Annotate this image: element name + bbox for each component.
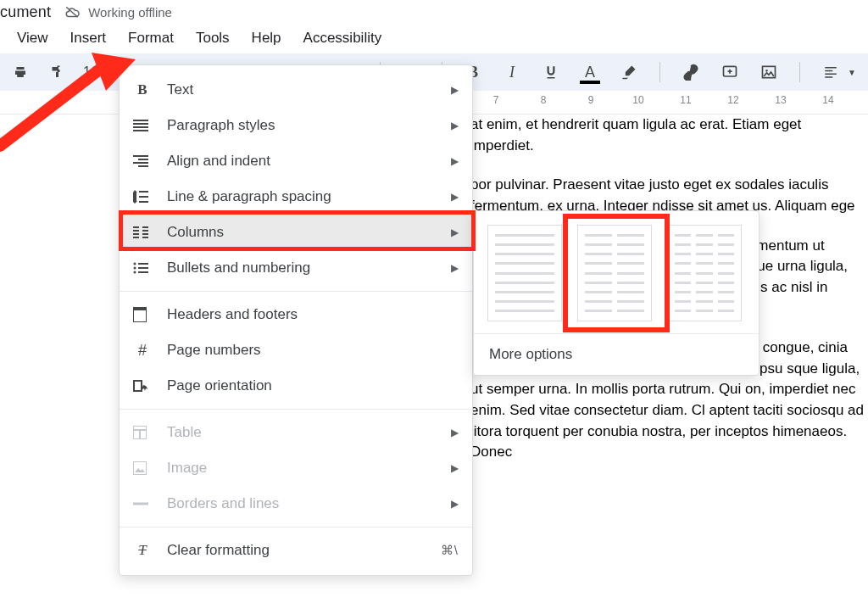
offline-indicator: Working offline	[63, 5, 172, 20]
clear-format-icon: T	[133, 542, 152, 559]
line-spacing-icon	[133, 190, 152, 204]
columns-icon	[133, 226, 152, 238]
columns-option-two[interactable]	[577, 225, 652, 321]
format-dropdown: B Text ▶ Paragraph styles ▶ Align and in…	[119, 64, 473, 576]
menu-insert[interactable]: Insert	[70, 30, 107, 47]
bullets-icon	[133, 262, 152, 274]
keyboard-shortcut: ⌘\	[441, 543, 459, 558]
ruler-tick: 14	[822, 94, 833, 106]
menu-label: Image	[167, 460, 436, 477]
menu-help[interactable]: Help	[252, 30, 281, 47]
format-image: Image ▶	[120, 450, 472, 486]
format-columns[interactable]: Columns ▶	[120, 215, 472, 250]
svg-rect-13	[133, 461, 147, 475]
underline-button[interactable]	[542, 64, 559, 81]
format-clear-formatting[interactable]: T Clear formatting ⌘\	[120, 533, 472, 568]
svg-point-8	[134, 271, 136, 274]
ruler-tick: 8	[541, 94, 547, 106]
format-paragraph-styles[interactable]: Paragraph styles ▶	[120, 108, 472, 143]
table-icon	[133, 426, 152, 439]
image-icon	[133, 461, 152, 475]
format-page-numbers[interactable]: # Page numbers	[120, 332, 472, 368]
menu-label: Headers and footers	[167, 306, 459, 323]
submenu-arrow-icon: ▶	[451, 155, 459, 167]
chevron-down-icon[interactable]: ▼	[848, 68, 856, 77]
ruler-tick: 11	[680, 94, 691, 106]
insert-image-button[interactable]	[760, 64, 777, 81]
paragraph-icon	[133, 120, 152, 131]
bold-icon: B	[133, 81, 152, 98]
paint-format-icon[interactable]	[47, 64, 64, 81]
zoom-level[interactable]: 100%	[83, 64, 121, 80]
svg-point-6	[134, 263, 136, 265]
highlight-button[interactable]	[620, 64, 637, 81]
menu-label: Borders and lines	[167, 495, 436, 512]
menu-format[interactable]: Format	[128, 30, 174, 47]
document-title-fragment: cument	[0, 3, 51, 21]
format-bullets-numbering[interactable]: Bullets and numbering ▶	[120, 250, 472, 286]
columns-more-options[interactable]: More options	[474, 333, 759, 375]
menu-bar: View Insert Format Tools Help Accessibil…	[0, 26, 868, 53]
borders-icon	[133, 501, 152, 506]
format-headers-footers[interactable]: Headers and footers	[120, 297, 472, 332]
menu-label: Clear formatting	[167, 542, 426, 559]
insert-link-button[interactable]	[682, 64, 699, 81]
svg-rect-11	[134, 381, 142, 391]
menu-label: Columns	[167, 224, 436, 241]
submenu-arrow-icon: ▶	[451, 191, 459, 203]
format-borders-lines: Borders and lines ▶	[120, 486, 472, 522]
menu-separator	[120, 291, 472, 292]
menu-label: Page orientation	[167, 377, 459, 394]
toolbar-separator	[659, 62, 660, 82]
ruler-tick: 12	[727, 94, 738, 106]
columns-option-three[interactable]	[667, 225, 742, 321]
headers-icon	[133, 307, 152, 322]
cloud-off-icon	[63, 5, 81, 20]
format-table: Table ▶	[120, 415, 472, 450]
hash-icon: #	[133, 342, 152, 360]
ruler-tick: 9	[588, 94, 594, 106]
ruler-tick: 13	[775, 94, 786, 106]
submenu-arrow-icon: ▶	[451, 84, 459, 96]
add-comment-button[interactable]	[721, 64, 738, 81]
svg-point-7	[134, 267, 136, 270]
submenu-arrow-icon: ▶	[451, 427, 459, 438]
format-line-spacing[interactable]: Line & paragraph spacing ▶	[120, 179, 472, 215]
menu-label: Paragraph styles	[167, 117, 436, 134]
submenu-arrow-icon: ▶	[451, 462, 459, 474]
orientation-icon	[133, 378, 152, 394]
menu-view[interactable]: View	[17, 30, 48, 47]
menu-label: Align and indent	[167, 153, 436, 170]
menu-accessibility[interactable]: Accessibility	[303, 30, 382, 47]
doc-text: at enim, et hendrerit quam ligula ac era…	[470, 116, 801, 132]
menu-label: Text	[167, 81, 436, 98]
svg-rect-10	[133, 307, 147, 310]
ruler-tick: 7	[493, 94, 499, 106]
svg-point-5	[765, 70, 768, 72]
text-color-button[interactable]: A	[581, 64, 598, 81]
ruler-tick: 10	[632, 94, 643, 106]
menu-separator	[120, 527, 472, 527]
menu-label: Bullets and numbering	[167, 260, 436, 276]
submenu-arrow-icon: ▶	[451, 226, 459, 238]
doc-text: imperdiet.	[470, 137, 534, 154]
format-text[interactable]: B Text ▶	[120, 72, 472, 108]
submenu-arrow-icon: ▶	[451, 498, 459, 510]
offline-text: Working offline	[88, 5, 172, 20]
menu-label: Line & paragraph spacing	[167, 188, 436, 205]
toolbar-separator	[799, 62, 800, 82]
format-align-indent[interactable]: Align and indent ▶	[120, 143, 472, 179]
menu-tools[interactable]: Tools	[196, 30, 230, 47]
format-page-orientation[interactable]: Page orientation	[120, 368, 472, 404]
print-icon[interactable]	[12, 64, 29, 81]
align-button[interactable]	[822, 64, 839, 81]
menu-label: Page numbers	[167, 342, 459, 359]
submenu-arrow-icon: ▶	[451, 262, 459, 274]
italic-button[interactable]: I	[504, 64, 520, 81]
columns-option-one[interactable]	[487, 225, 562, 321]
menu-label: Table	[167, 424, 436, 441]
submenu-arrow-icon: ▶	[451, 120, 459, 131]
columns-submenu: More options	[473, 210, 760, 376]
align-icon	[133, 155, 152, 167]
menu-separator	[120, 409, 472, 410]
